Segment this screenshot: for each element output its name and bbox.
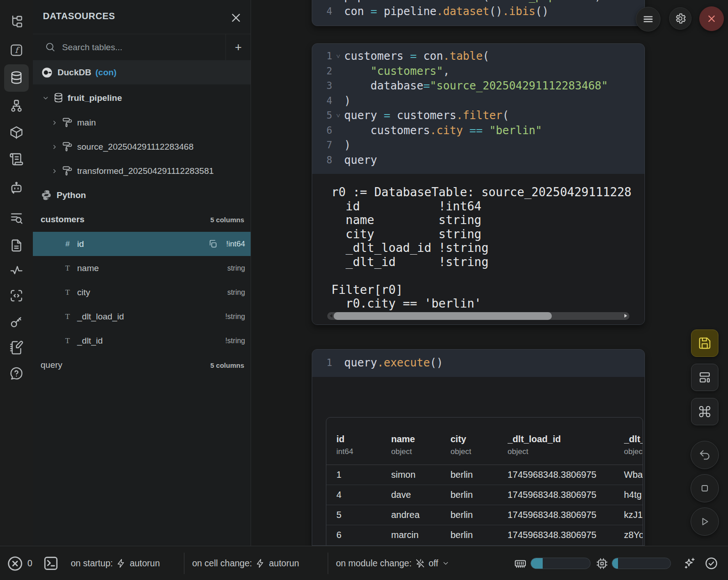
column-name: _dlt_id: [77, 336, 103, 346]
column-name: _dlt_load_id: [77, 312, 124, 322]
chevron-right-icon[interactable]: [51, 167, 58, 174]
horizontal-scrollbar[interactable]: [327, 312, 629, 320]
column-row-id[interactable]: # id !int64: [33, 232, 251, 256]
snippets-icon[interactable]: [9, 288, 24, 303]
cpu-icon: [596, 558, 608, 570]
table-name: query: [41, 360, 63, 370]
list-search-icon[interactable]: [9, 211, 24, 225]
copy-icon[interactable]: [208, 239, 218, 249]
on-cell-change-setting[interactable]: on cell change: autorun: [192, 546, 299, 580]
tree-item-source[interactable]: source_202504291112283468: [33, 135, 251, 159]
tree-item-main[interactable]: main: [33, 110, 251, 135]
text-type-icon: T: [62, 288, 73, 297]
table-header-query[interactable]: query 5 columns: [33, 353, 251, 377]
connection-status-icon[interactable]: [704, 556, 718, 570]
terminal-button[interactable]: [42, 546, 59, 580]
duckdb-logo-icon: [41, 67, 53, 78]
shutdown-close-button[interactable]: [699, 6, 724, 31]
result-table-header: idint64 nameobject cityobject _dlt_load_…: [326, 418, 643, 465]
table-search-row: +: [33, 34, 251, 61]
connection-row-duckdb[interactable]: DuckDB (con): [33, 60, 251, 84]
column-name: id: [77, 239, 84, 249]
chevron-right-icon[interactable]: [51, 143, 58, 150]
scratchpad-icon[interactable]: [9, 340, 24, 355]
search-input[interactable]: [61, 39, 218, 56]
schema-icon: [62, 141, 73, 152]
packages-icon[interactable]: [9, 125, 24, 140]
layout-toggle-button[interactable]: [691, 364, 718, 391]
datasources-panel: DATASOURCES + DuckDB (con) fruit_: [33, 0, 251, 546]
memory-icon: [514, 557, 527, 570]
chevron-down-icon[interactable]: [42, 94, 49, 102]
notebook-menu-button[interactable]: [636, 7, 660, 31]
text-type-icon: T: [62, 264, 73, 273]
column-name: city: [77, 287, 90, 298]
code-editor[interactable]: 1˅customers = con.table(2 "customers",3 …: [318, 49, 643, 167]
table-row[interactable]: 5andreaberlin1745968348.3806975kzJ1C: [326, 505, 643, 525]
column-type: !string: [225, 337, 245, 345]
chevron-right-icon[interactable]: [51, 119, 58, 126]
run-button[interactable]: [691, 507, 719, 536]
tree-item-transformed[interactable]: transformed_202504291112283581: [33, 159, 251, 183]
documentation-icon[interactable]: [9, 238, 24, 253]
table-row[interactable]: 1simonberlin1745968348.3806975Wba: [326, 465, 643, 485]
zap-icon: [116, 559, 126, 568]
column-row-dlt-load-id[interactable]: T _dlt_load_id !string: [33, 304, 251, 329]
section-python[interactable]: Python: [33, 183, 251, 207]
table-name: customers: [41, 214, 84, 225]
code-cell-setup[interactable]: 3pipeline = dlt.attach("fruit_pipeline")…: [312, 0, 645, 26]
on-module-change-setting[interactable]: on module change: off: [336, 546, 450, 580]
add-datasource-button[interactable]: +: [225, 34, 251, 60]
tree-item-label: transformed_202504291112283581: [77, 166, 214, 176]
table-row[interactable]: 4daveberlin1745968348.3806975h4tg: [326, 485, 643, 505]
secrets-icon[interactable]: [9, 314, 24, 329]
table-row[interactable]: 6marcinberlin1745968348.3806975z8Yo: [326, 525, 643, 545]
connection-name: DuckDB: [58, 68, 91, 78]
tree-item-label: main: [77, 118, 96, 128]
on-startup-setting[interactable]: on startup: autorun: [71, 546, 160, 580]
ai-sparkles-icon[interactable]: [683, 557, 696, 570]
cpu-usage-gauge[interactable]: [612, 558, 671, 569]
column-row-dlt-id[interactable]: T _dlt_id !string: [33, 329, 251, 353]
column-type: string: [227, 264, 245, 272]
code-cell-query[interactable]: 1˅customers = con.table(2 "customers",3 …: [312, 43, 645, 325]
column-row-city[interactable]: T city string: [33, 280, 251, 304]
database-icon: [53, 92, 64, 103]
tree-item-label: fruit_pipeline: [68, 93, 122, 103]
section-label: Python: [57, 190, 86, 200]
undo-button[interactable]: [691, 441, 719, 469]
status-bar: 0 on startup: autorun on cell change: au…: [0, 546, 728, 580]
column-count-badge: 5 columns: [210, 361, 244, 369]
schema-icon: [62, 117, 73, 128]
memory-usage-gauge[interactable]: [530, 558, 591, 569]
file-tree-icon[interactable]: [9, 15, 24, 29]
zap-off-icon: [415, 559, 425, 568]
column-count-badge: 5 columns: [210, 215, 244, 223]
dependency-graph-icon[interactable]: [9, 99, 24, 113]
connection-alias: (con): [95, 68, 116, 78]
column-type: string: [227, 288, 245, 297]
error-counter[interactable]: 0: [6, 546, 32, 580]
code-editor[interactable]: 3pipeline = dlt.attach("fruit_pipeline")…: [318, 0, 643, 19]
tree-item-fruit-pipeline[interactable]: fruit_pipeline: [33, 86, 251, 110]
panel-title: DATASOURCES: [43, 11, 115, 21]
tracing-icon[interactable]: [9, 263, 24, 277]
save-button[interactable]: [691, 329, 718, 357]
help-icon[interactable]: [9, 366, 24, 381]
functions-icon[interactable]: f: [9, 43, 24, 57]
table-header-customers[interactable]: customers 5 columns: [33, 207, 251, 231]
stop-button[interactable]: [691, 474, 719, 502]
schema-icon: [62, 166, 73, 176]
cell-output: r0 := DatabaseTable: source_202504291112…: [312, 174, 644, 324]
close-panel-icon[interactable]: [229, 11, 244, 26]
column-row-name[interactable]: T name string: [33, 256, 251, 280]
result-table: idint64 nameobject cityobject _dlt_load_…: [326, 417, 643, 545]
command-palette-button[interactable]: [691, 398, 718, 425]
code-editor[interactable]: 1query.execute(): [318, 355, 643, 371]
logs-icon[interactable]: [9, 152, 24, 167]
chat-bot-icon[interactable]: [9, 181, 24, 195]
settings-gear-button[interactable]: [669, 7, 691, 30]
activity-rail: f: [0, 0, 33, 546]
code-cell-execute[interactable]: 1query.execute() idint64 nameobject city…: [312, 349, 645, 546]
datasources-icon[interactable]: [9, 70, 24, 85]
